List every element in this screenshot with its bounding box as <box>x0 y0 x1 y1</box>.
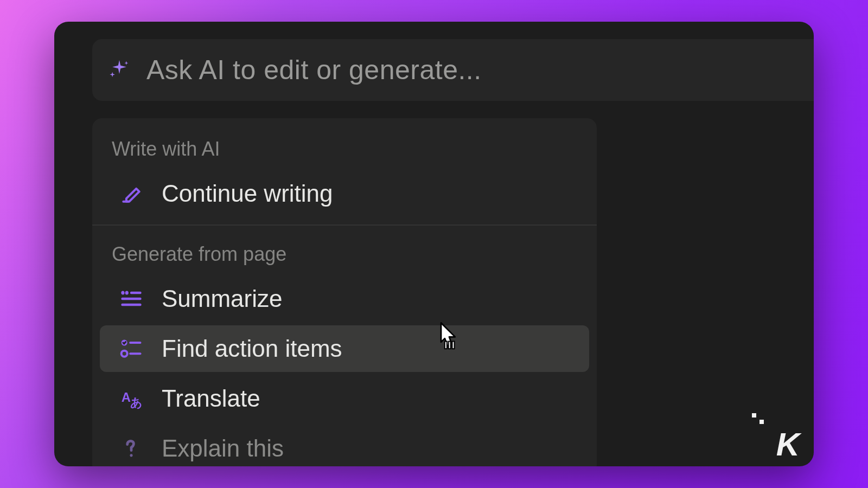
menu-item-label: Translate <box>162 385 260 412</box>
summarize-icon <box>119 287 143 311</box>
ai-panel: Ask AI to edit or generate... Write with… <box>54 22 814 466</box>
svg-point-9 <box>130 454 132 457</box>
svg-point-5 <box>122 351 127 357</box>
section-title-generate: Generate from page <box>92 231 597 272</box>
menu-item-translate[interactable]: A あ Translate <box>100 375 589 422</box>
section-title-write: Write with AI <box>92 126 597 167</box>
sparkle-icon <box>107 58 131 82</box>
menu-item-label: Find action items <box>162 335 342 362</box>
menu-item-continue-writing[interactable]: Continue writing <box>100 170 589 217</box>
action-items-icon <box>119 337 143 361</box>
translate-icon: A あ <box>119 387 143 410</box>
menu-item-label: Explain this <box>162 435 284 462</box>
brand-dots-icon <box>752 413 768 429</box>
ai-prompt-placeholder: Ask AI to edit or generate... <box>146 54 482 86</box>
menu-item-find-action-items[interactable]: Find action items <box>100 325 589 372</box>
pencil-line-icon <box>119 182 143 206</box>
menu-item-explain-this[interactable]: Explain this <box>100 425 589 466</box>
question-icon <box>119 436 143 460</box>
brand-logo: K <box>776 428 799 461</box>
menu-item-summarize[interactable]: Summarize <box>100 275 589 322</box>
ai-suggestions-dropdown: Write with AI Continue writing Generate … <box>92 118 597 466</box>
svg-text:A: A <box>122 390 131 404</box>
svg-text:あ: あ <box>130 396 143 409</box>
ai-prompt-bar[interactable]: Ask AI to edit or generate... <box>92 39 814 101</box>
menu-item-label: Continue writing <box>162 180 333 207</box>
menu-item-label: Summarize <box>162 285 283 312</box>
divider <box>92 224 597 226</box>
